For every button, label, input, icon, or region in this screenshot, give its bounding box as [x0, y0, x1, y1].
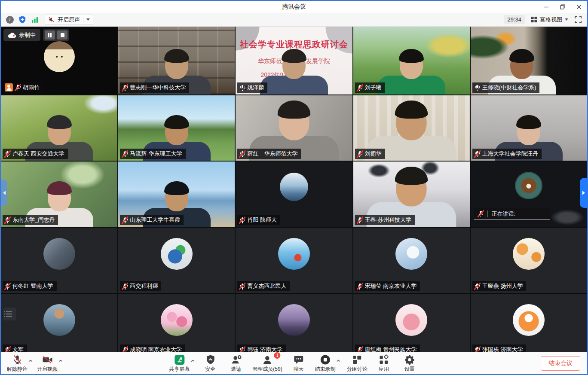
window-controls	[538, 1, 587, 13]
avatar	[278, 304, 310, 336]
unmute-button[interactable]: 解除静音	[5, 353, 29, 374]
participant-name: 王晓燕 扬州大学	[482, 282, 523, 290]
video-tile[interactable]: 肖阳 陕师大	[236, 162, 352, 227]
participant-name-tag: 曹义杰西北民大	[237, 281, 290, 291]
members-notification-badge: 1	[274, 352, 281, 359]
video-tile[interactable]: 马流辉-华东理工大学	[118, 95, 235, 161]
start-video-button[interactable]: 开启视频	[35, 353, 59, 374]
chat-button[interactable]: 聊天	[288, 353, 310, 374]
original-sound-caret-icon[interactable]	[86, 18, 90, 21]
settings-button[interactable]: 设置	[398, 353, 421, 374]
video-tile[interactable]: 曹义杰西北民大	[236, 228, 352, 293]
stop-record-icon	[320, 354, 331, 365]
slide-date: 2022年9月	[260, 71, 289, 79]
participant-name: 唐红梅 贵州民族大学	[365, 346, 417, 352]
shield-plus-icon[interactable]	[18, 15, 27, 24]
video-tile[interactable]: 山东理工大学牛喜霞	[118, 162, 235, 227]
participant-name-tag: 文军	[3, 345, 27, 352]
minimize-button[interactable]	[538, 1, 554, 13]
video-tile[interactable]: 社会学专业课程思政研讨会 华东师范大学社会发展学院 2022年9月 ECNU 姚…	[236, 27, 352, 95]
minimize-icon	[544, 4, 549, 9]
restore-button[interactable]	[554, 1, 571, 13]
next-page-button[interactable]	[580, 178, 587, 208]
stop-recording-button[interactable]: 结束录制	[313, 353, 337, 374]
apps-icon	[378, 354, 389, 365]
apps-button[interactable]: 应用	[373, 353, 395, 374]
video-tile[interactable]: 曹志刚—华中科技大学	[118, 27, 235, 95]
breakout-rooms-button[interactable]: 分组讨论	[345, 353, 369, 374]
video-tile[interactable]: 刘拥华	[353, 95, 470, 161]
mic-muted-icon	[5, 347, 10, 352]
mic-muted-icon	[475, 347, 480, 352]
video-tile[interactable]: 成晓明 南京农业大学	[118, 294, 235, 352]
topbar-right: 29:34 宫格视图	[504, 15, 582, 24]
video-tile[interactable]: 上海大学社会学院汪丹	[471, 95, 587, 161]
participant-name-tag: 宋瑞莹 南京农业大学	[355, 281, 420, 291]
video-tile[interactable]: 王晓燕 扬州大学	[471, 228, 587, 293]
video-tile[interactable]: 正在讲话:	[471, 162, 587, 227]
member-list-toggle[interactable]	[3, 308, 16, 320]
mic-muted-icon	[357, 217, 363, 223]
video-tile[interactable]: 薛红—华东师范大学	[236, 95, 352, 161]
network-signal-icon[interactable]	[31, 16, 39, 24]
fullscreen-icon[interactable]	[574, 16, 582, 24]
recording-badge: 录制中	[3, 29, 40, 41]
video-tile[interactable]: 王春-苏州科技大学	[353, 162, 470, 227]
mic-muted-icon	[122, 347, 128, 352]
participant-name-tag: 上海大学社会学院汪丹	[472, 149, 542, 159]
participant-name: 文军	[12, 346, 24, 352]
mic-muted-icon	[357, 151, 363, 157]
slide-subtitle: 华东师范大学社会发展学院	[236, 58, 352, 65]
participant-name: 肖阳 陕师大	[247, 216, 277, 224]
stop-recording-button[interactable]	[57, 30, 67, 40]
original-sound-button[interactable]: 开启原声	[45, 15, 93, 25]
meeting-info-icon[interactable]: i	[6, 16, 14, 24]
bottom-toolbar: 解除静音 开启视频	[1, 352, 587, 374]
participant-name: 姚泽麟	[247, 84, 264, 91]
participant-name: 东南大学_闫志丹	[12, 216, 55, 224]
mic-muted-icon	[475, 283, 480, 290]
avatar	[161, 238, 193, 270]
share-screen-button[interactable]: 共享屏幕	[167, 353, 191, 374]
avatar	[278, 238, 310, 270]
video-tile[interactable]: 东南大学_闫志丹	[1, 162, 117, 227]
video-tile[interactable]: 张国栋 济南大学	[471, 294, 587, 352]
security-button[interactable]: 安全	[199, 353, 221, 374]
settings-gear-icon	[404, 354, 415, 365]
now-speaking-panel: 正在讲话:	[474, 208, 550, 220]
toolbar-left-group: 解除静音 开启视频	[5, 352, 64, 374]
video-tile[interactable]: 西交程利娜	[118, 228, 235, 293]
video-tile[interactable]: 唐红梅 贵州民族大学	[353, 294, 470, 352]
participant-name-tag: 王晓燕 扬州大学	[472, 281, 527, 291]
video-tile[interactable]: 文军	[1, 294, 117, 352]
view-mode-button[interactable]: 宫格视图	[531, 16, 568, 24]
invite-button[interactable]: 邀请	[225, 353, 247, 374]
video-grid: 录制中 胡雨竹 曹志刚—华中科技大学	[1, 27, 587, 352]
video-tile[interactable]: 卢春天 西安交通大学	[1, 95, 117, 161]
close-button[interactable]	[571, 1, 587, 13]
video-tile[interactable]: 韩钰 济南大学	[236, 294, 352, 352]
video-tile[interactable]: 宋瑞莹 南京农业大学	[353, 228, 470, 293]
share-screen-icon	[174, 354, 185, 365]
participant-name: 薛红—华东师范大学	[247, 150, 297, 158]
participant-name: 西交程利娜	[130, 282, 158, 290]
mic-muted-icon	[239, 283, 245, 290]
participant-name: 胡雨竹	[23, 84, 40, 91]
end-meeting-button[interactable]: 结束会议	[541, 356, 580, 371]
video-tile[interactable]: 录制中 胡雨竹	[1, 27, 117, 95]
participant-name-tag: 张国栋 济南大学	[472, 345, 527, 352]
avatar	[43, 304, 75, 336]
stop-icon	[61, 33, 64, 37]
manage-members-button[interactable]: 1 管理成员(59)	[251, 353, 284, 374]
pause-recording-button[interactable]	[45, 30, 55, 40]
video-tile[interactable]: 王修晓(中财社会学系)	[471, 27, 587, 95]
video-tile[interactable]: 刘子曦	[353, 27, 470, 95]
mic-muted-icon	[239, 347, 245, 352]
video-tile[interactable]: 何冬红 暨南大学	[1, 228, 117, 293]
previous-page-button[interactable]	[1, 180, 7, 206]
cloud-record-icon	[8, 33, 16, 38]
mic-muted-icon	[5, 283, 10, 290]
participant-name: 何冬红 暨南大学	[12, 282, 53, 290]
divider	[83, 17, 83, 23]
participant-name-tag: 西交程利娜	[120, 281, 161, 291]
